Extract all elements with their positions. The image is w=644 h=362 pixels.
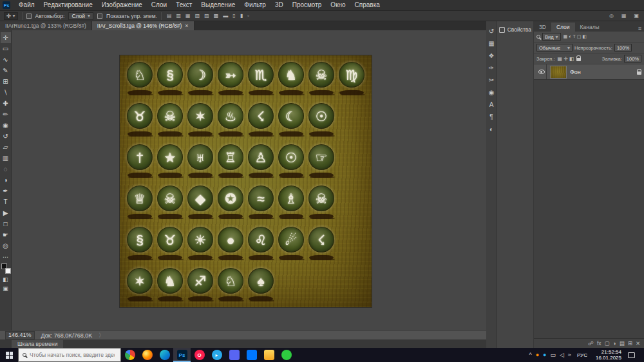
eraser-tool[interactable]: ▱ (1, 142, 11, 153)
tab-layers[interactable]: Слои (551, 23, 575, 32)
align-icon-7[interactable]: ▬ (222, 13, 229, 19)
menu-item-2[interactable]: Редактирование (39, 0, 97, 10)
swatches-panel-icon[interactable]: ▦ (487, 37, 497, 50)
history-brush-tool[interactable]: ↺ (1, 131, 11, 142)
lock-all-icon[interactable] (576, 58, 581, 61)
menu-item-11[interactable]: Справка (350, 0, 384, 10)
brush-tool[interactable]: ✏ (1, 109, 11, 120)
taskbar-app-chrome[interactable] (121, 348, 138, 362)
path-selection-tool[interactable]: ▶ (1, 207, 11, 218)
taskbar-app-vk[interactable] (243, 348, 260, 362)
layer-filter-icon-5[interactable]: ◧ (582, 34, 587, 39)
add-layer-mask-icon[interactable]: ▢ (605, 340, 610, 347)
battery-icon[interactable]: ▭ (551, 352, 556, 358)
workspace-grid-icon[interactable]: ▦ (620, 13, 628, 19)
adjustment-layer-icon[interactable]: ◑ (613, 340, 616, 347)
taskbar-app-explorer-folder[interactable] (260, 348, 278, 362)
layer-thumbnail[interactable] (550, 66, 567, 79)
history-panel-icon[interactable]: ↺ (487, 25, 497, 37)
menu-item-6[interactable]: Выделение (196, 0, 240, 10)
menu-item-7[interactable]: Фильтр (240, 0, 270, 10)
zoom-tool[interactable]: ◎ (1, 240, 11, 251)
hand-tool[interactable]: ☛ (1, 229, 11, 240)
healing-brush-tool[interactable]: ✚ (1, 98, 11, 109)
document-tab-2[interactable]: IIAr_Scroll3.tga @ 146% (RGB/8#)× (92, 21, 194, 30)
lock-icon-3[interactable]: ◧ (569, 56, 575, 62)
foreground-background-swatches[interactable] (1, 263, 11, 274)
taskbar-app-firefox[interactable] (138, 348, 156, 362)
lasso-tool[interactable]: ∿ (1, 54, 11, 65)
new-group-icon[interactable]: ▤ (620, 340, 625, 347)
taskbar-app-whatsapp[interactable] (278, 348, 295, 362)
layer-visibility-cell[interactable] (536, 64, 547, 79)
opacity-field[interactable]: 100% (614, 44, 632, 52)
shape-tool[interactable]: □ (1, 218, 11, 229)
taskbar-app-edge[interactable] (156, 348, 173, 362)
type-tool[interactable]: T (1, 196, 11, 207)
tab-3d[interactable]: 3D (534, 23, 551, 32)
link-layers-icon[interactable]: ☍ (588, 340, 594, 347)
canvas-area[interactable]: ♘§☽➳♏♞☠♍♉☠✶♨☇☾☉†★♅♖♙☉☞♕☠◆✪≈♗☠§♉☀●♌☄☇✶♞♐♘… (12, 30, 486, 330)
tray-color-icon-2[interactable]: ● (543, 352, 546, 358)
menu-item-9[interactable]: Просмотр (288, 0, 327, 10)
layer-filter-icon-1[interactable]: ▦ (563, 34, 569, 39)
align-icon-9[interactable]: ▮ (239, 13, 244, 19)
taskbar-app-opera[interactable]: O (191, 348, 208, 362)
quick-mask-icon[interactable]: ◧ (3, 276, 8, 283)
menu-item-8[interactable]: 3D (270, 0, 288, 10)
gradient-tool[interactable]: ▥ (1, 153, 11, 164)
taskbar-app-discord[interactable] (225, 348, 243, 362)
brush-settings-panel-icon[interactable]: ✑ (487, 62, 497, 74)
align-icon-2[interactable]: ▥ (175, 13, 183, 19)
menu-item-5[interactable]: Текст (171, 0, 196, 10)
align-icon-8[interactable]: ▯ (231, 13, 236, 19)
network-icon[interactable]: ≈ (568, 352, 571, 358)
tray-expand-icon[interactable]: ^ (529, 352, 531, 358)
edit-toolbar-icon[interactable]: ⋯ (3, 254, 8, 260)
menu-item-1[interactable]: Файл (14, 0, 39, 10)
document-tab-1[interactable]: IIArRune1.tga @ 133% (RGB/8#) (0, 21, 92, 30)
taskbar-app-telegram[interactable]: ▸ (208, 348, 225, 362)
volume-icon[interactable]: ◁ (560, 352, 564, 358)
workspace-switcher-icon[interactable]: ▣ (632, 13, 640, 19)
new-layer-icon[interactable]: ⊞ (628, 340, 632, 347)
menu-item-4[interactable]: Слои (147, 0, 171, 10)
pen-tool[interactable]: ✒ (1, 186, 11, 196)
move-tool[interactable]: ✛ (1, 32, 11, 43)
taskbar-search[interactable] (18, 348, 121, 362)
lock-icon-2[interactable]: ✛ (563, 56, 569, 62)
close-icon[interactable]: × (185, 23, 188, 29)
layer-filter-icon-4[interactable]: ▢ (576, 34, 582, 39)
align-icon-10[interactable]: ▫ (246, 13, 251, 19)
tray-color-icon-1[interactable]: ● (536, 352, 539, 358)
properties-panel-button[interactable]: Свойства (499, 26, 531, 33)
document-image[interactable]: ♘§☽➳♏♞☠♍♉☠✶♨☇☾☉†★♅♖♙☉☞♕☠◆✪≈♗☠§♉☀●♌☄☇✶♞♐♘… (120, 55, 372, 307)
show-transform-controls-checkbox[interactable] (97, 14, 102, 19)
panel-menu-icon[interactable]: ≡ (638, 25, 644, 32)
screen-mode-icon[interactable]: ▣ (3, 285, 8, 292)
align-icon-3[interactable]: ▦ (184, 13, 192, 19)
align-icon-1[interactable]: ▤ (166, 13, 173, 19)
layer-row-background[interactable]: Фон (534, 64, 644, 80)
character-panel-icon[interactable]: A (487, 99, 497, 111)
dodge-tool[interactable]: ◑ (1, 175, 11, 186)
notification-center-icon[interactable] (628, 352, 635, 358)
clone-stamp-tool[interactable]: ◉ (1, 120, 11, 131)
zoom-level-field[interactable]: 146.41% (5, 331, 35, 339)
eyedropper-tool[interactable]: ∖ (1, 87, 11, 98)
search-icon[interactable]: ◎ (608, 13, 615, 19)
lock-icon-1[interactable]: ▦ (557, 56, 564, 62)
blur-tool[interactable]: ◌ (1, 164, 11, 175)
search-input[interactable] (30, 352, 115, 358)
clone-source-panel-icon[interactable]: ◉ (487, 86, 497, 99)
align-icon-5[interactable]: ▨ (203, 13, 211, 19)
marquee-tool[interactable]: ▭ (1, 43, 11, 54)
adjustments-panel-icon[interactable]: ◐ (487, 123, 497, 135)
status-options-chevron-icon[interactable]: 〉 (99, 332, 104, 339)
delete-layer-icon[interactable]: ✕ (636, 340, 640, 347)
language-indicator[interactable]: РУС (575, 352, 589, 358)
layer-effects-icon[interactable]: fx (597, 340, 601, 347)
taskbar-app-photoshop[interactable]: Ps (173, 348, 191, 362)
active-tool-badge[interactable]: ✛ ▾ (4, 12, 18, 20)
quick-selection-tool[interactable]: ✎ (1, 65, 11, 76)
